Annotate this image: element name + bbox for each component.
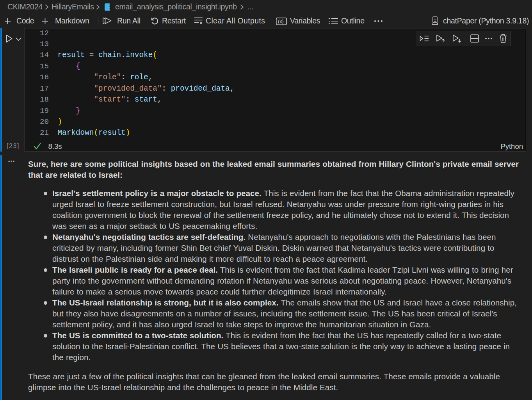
svg-text:(x): (x) bbox=[278, 19, 284, 24]
